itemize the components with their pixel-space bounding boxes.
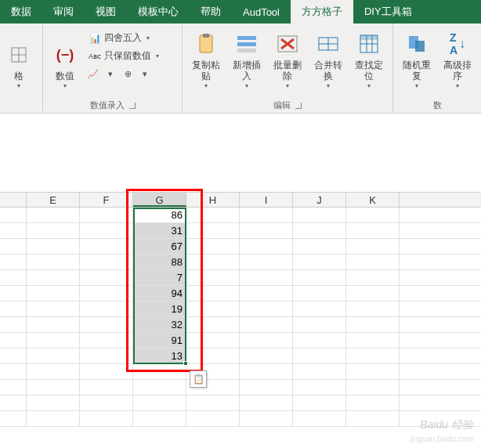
cell[interactable] (400, 317, 481, 332)
cell[interactable] (0, 364, 27, 379)
tab-fangfang[interactable]: 方方格子 (291, 0, 353, 23)
cell[interactable] (27, 223, 80, 238)
cell[interactable] (27, 349, 80, 363)
cell[interactable] (27, 270, 80, 285)
cell[interactable] (400, 270, 481, 285)
cell[interactable]: 13 (133, 349, 186, 363)
cell[interactable] (293, 380, 346, 395)
cell[interactable] (0, 317, 27, 332)
col-header-h[interactable]: H (186, 193, 240, 207)
cell[interactable] (80, 411, 133, 426)
cell[interactable] (186, 302, 240, 316)
cell[interactable] (293, 317, 346, 332)
cell[interactable] (293, 302, 346, 316)
cell[interactable] (240, 396, 293, 410)
tab-data[interactable]: 数据 (0, 0, 42, 23)
cell[interactable] (293, 223, 346, 238)
cell[interactable]: 94 (133, 286, 186, 301)
cell[interactable] (133, 364, 186, 379)
cell[interactable] (0, 302, 27, 316)
cell[interactable] (293, 411, 346, 426)
tab-diy-toolbox[interactable]: DIY工具箱 (353, 0, 423, 23)
selection-fill-handle[interactable] (183, 361, 188, 366)
cell[interactable] (346, 380, 400, 395)
cell[interactable] (346, 396, 400, 410)
cell[interactable] (400, 396, 481, 410)
cell[interactable] (400, 302, 481, 316)
cell[interactable] (346, 333, 400, 348)
cell[interactable] (80, 317, 133, 332)
cell[interactable] (240, 380, 293, 395)
cell[interactable] (240, 302, 293, 316)
cell[interactable] (240, 239, 293, 254)
cell[interactable] (0, 380, 27, 395)
cell[interactable] (80, 333, 133, 348)
cell[interactable] (293, 239, 346, 254)
more-icon[interactable]: ▾ (139, 67, 151, 80)
cell[interactable] (400, 333, 481, 348)
cell[interactable] (346, 239, 400, 254)
cell[interactable] (346, 286, 400, 301)
cell[interactable] (0, 286, 27, 301)
unknown-left-button[interactable]: 格 ▾ (2, 28, 36, 92)
cell[interactable] (186, 349, 240, 363)
cell[interactable] (27, 396, 80, 410)
cell[interactable] (27, 239, 80, 254)
cell[interactable] (240, 411, 293, 426)
cell[interactable] (0, 333, 27, 348)
numeric-value-button[interactable]: (−) 数值 ▾ (48, 28, 82, 92)
cell[interactable] (133, 396, 186, 410)
cell[interactable] (240, 270, 293, 285)
merge-convert-button[interactable]: 合并转 换 ▾ (309, 28, 347, 92)
cell[interactable] (0, 223, 27, 238)
cell[interactable]: 67 (133, 239, 186, 254)
cell[interactable] (80, 380, 133, 395)
paste-options-button[interactable]: 📋 (190, 370, 207, 388)
cell[interactable] (293, 349, 346, 363)
col-header-overflow[interactable] (400, 193, 481, 207)
cell[interactable] (186, 411, 240, 426)
copy-paste-button[interactable]: 复制粘 贴 ▾ (187, 28, 225, 92)
cell[interactable]: 31 (133, 223, 186, 238)
tab-view[interactable]: 视图 (85, 0, 127, 23)
cell[interactable] (240, 208, 293, 222)
cell[interactable] (400, 349, 481, 363)
cell[interactable] (186, 333, 240, 348)
cell[interactable] (0, 239, 27, 254)
cell[interactable]: 19 (133, 302, 186, 316)
cell[interactable] (27, 380, 80, 395)
col-header-e[interactable]: E (27, 193, 80, 207)
cell[interactable] (27, 364, 80, 379)
cell[interactable] (240, 286, 293, 301)
tab-review[interactable]: 审阅 (42, 0, 85, 23)
cell[interactable] (293, 270, 346, 285)
cell[interactable] (400, 380, 481, 395)
cell[interactable] (293, 364, 346, 379)
target-icon[interactable]: ⊕ (121, 67, 134, 80)
tab-template-center[interactable]: 模板中心 (127, 0, 190, 23)
stats-icon[interactable]: 📈 (87, 67, 99, 80)
dialog-launcher-icon[interactable] (295, 103, 302, 109)
cell[interactable] (346, 270, 400, 285)
cell[interactable] (80, 286, 133, 301)
col-header-f[interactable]: F (80, 193, 133, 207)
cell[interactable] (0, 270, 27, 285)
cell[interactable]: 7 (133, 270, 186, 285)
cell[interactable]: 88 (133, 255, 186, 269)
cell[interactable] (186, 255, 240, 269)
cell[interactable] (0, 349, 27, 363)
cell[interactable] (186, 208, 240, 222)
cell[interactable] (400, 223, 481, 238)
cell[interactable] (346, 302, 400, 316)
insert-button[interactable]: 新增插 入 ▾ (228, 28, 266, 92)
cell[interactable] (0, 208, 27, 222)
cell[interactable] (240, 349, 293, 363)
cell[interactable] (186, 396, 240, 410)
cell[interactable] (27, 286, 80, 301)
cell[interactable] (80, 255, 133, 269)
cell[interactable] (240, 317, 293, 332)
batch-delete-button[interactable]: 批量删 除 ▾ (269, 28, 306, 92)
round-button[interactable]: 📊 四舍五入 ▾ (85, 30, 177, 46)
cell[interactable] (27, 411, 80, 426)
cell[interactable] (80, 208, 133, 222)
